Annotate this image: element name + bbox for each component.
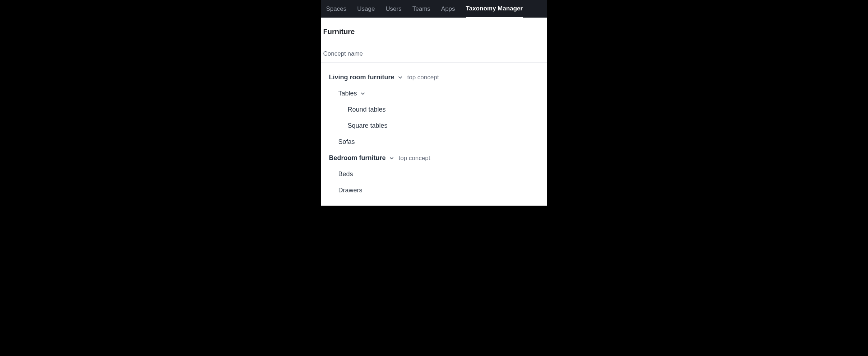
tree-node-bedroom-furniture[interactable]: Bedroom furniture top concept: [321, 150, 547, 166]
chevron-down-icon[interactable]: [389, 155, 394, 161]
tree-node-beds[interactable]: Beds: [321, 166, 547, 182]
tree-node-label: Square tables: [348, 122, 388, 130]
tree-node-sofas[interactable]: Sofas: [321, 134, 547, 150]
tree-node-label: Round tables: [348, 106, 386, 113]
tree-node-tables[interactable]: Tables: [321, 85, 547, 102]
nav-bar: Spaces Usage Users Teams Apps Taxonomy M…: [321, 0, 547, 18]
tree-node-label: Tables: [338, 90, 357, 97]
tree-node-square-tables[interactable]: Square tables: [321, 118, 547, 134]
nav-teams[interactable]: Teams: [412, 0, 430, 18]
chevron-down-icon[interactable]: [397, 75, 403, 80]
tree-node-living-room-furniture[interactable]: Living room furniture top concept: [321, 69, 547, 85]
concept-tree: Living room furniture top concept Tables…: [321, 63, 547, 206]
nav-taxonomy-manager[interactable]: Taxonomy Manager: [466, 0, 523, 18]
tree-node-label: Beds: [338, 170, 353, 178]
page-title: Furniture: [321, 18, 547, 36]
tree-node-label: Bedroom furniture: [329, 154, 386, 162]
nav-usage[interactable]: Usage: [357, 0, 375, 18]
nav-spaces[interactable]: Spaces: [326, 0, 347, 18]
nav-apps[interactable]: Apps: [441, 0, 455, 18]
tree-node-round-tables[interactable]: Round tables: [321, 102, 547, 118]
tree-node-label: Sofas: [338, 138, 355, 146]
concept-name-input[interactable]: [323, 50, 545, 57]
tree-node-label: Living room furniture: [329, 74, 394, 81]
chevron-down-icon[interactable]: [360, 91, 366, 97]
top-concept-badge: top concept: [407, 74, 439, 81]
content-area: Furniture Living room furniture top conc…: [321, 18, 547, 206]
concept-input-wrap: [321, 36, 547, 63]
top-concept-badge: top concept: [399, 155, 430, 162]
nav-users[interactable]: Users: [385, 0, 401, 18]
tree-node-drawers[interactable]: Drawers: [321, 182, 547, 198]
tree-node-label: Drawers: [338, 187, 363, 194]
